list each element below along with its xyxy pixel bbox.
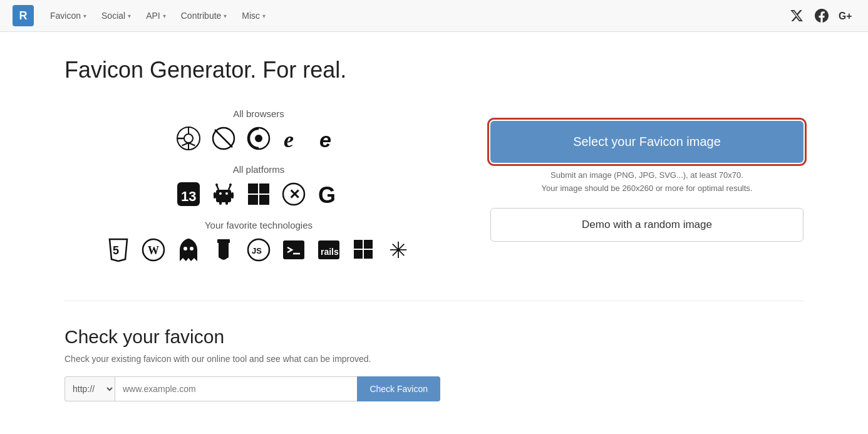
chevron-down-icon: ▾ (224, 13, 227, 19)
svg-rect-43 (217, 239, 230, 243)
chevron-down-icon: ▾ (262, 13, 266, 19)
platforms-group: All platforms 13 ✕ (65, 164, 453, 207)
svg-text:G+: G+ (839, 11, 852, 21)
svg-text:5: 5 (113, 244, 119, 257)
check-title: Check your favicon (65, 326, 803, 348)
nav-item-contribute[interactable]: Contribute ▾ (175, 7, 234, 24)
logo-letter: R (19, 9, 28, 23)
logo[interactable]: R (13, 5, 34, 26)
browsers-label: All browsers (233, 108, 284, 119)
check-favicon-section: Check your favicon Check your existing f… (65, 301, 803, 401)
chrome-icon (175, 125, 202, 152)
svg-line-26 (229, 185, 230, 190)
svg-text:13: 13 (181, 189, 196, 204)
svg-rect-22 (225, 200, 228, 205)
svg-text:✳: ✳ (389, 238, 408, 262)
protocol-select[interactable]: http:// https:// (65, 376, 115, 401)
hint-line-2: Your image should be 260x260 or more for… (542, 182, 753, 195)
svg-rect-21 (219, 200, 222, 205)
svg-rect-29 (248, 183, 258, 194)
asterisk-icon: ✳ (386, 237, 412, 263)
svg-point-2 (184, 134, 193, 143)
nav-item-social[interactable]: Social ▾ (95, 7, 137, 24)
url-input[interactable] (115, 376, 357, 401)
nav-item-api[interactable]: API ▾ (140, 7, 172, 24)
nav-item-favicon[interactable]: Favicon ▾ (44, 7, 93, 24)
svg-line-11 (215, 130, 232, 147)
wordpress-icon: W (140, 237, 167, 263)
svg-point-13 (255, 135, 262, 142)
svg-text:JS: JS (252, 246, 262, 256)
html5-icon: 5 (105, 237, 132, 263)
icons-demo: All browsers e (65, 108, 453, 263)
svg-rect-53 (364, 250, 373, 259)
gulp-icon (210, 237, 237, 263)
svg-line-25 (217, 185, 219, 190)
svg-text:e: e (284, 127, 294, 150)
terminal-icon (281, 237, 307, 263)
platforms-label: All platforms (233, 164, 285, 175)
ios-icon: 13 (175, 181, 202, 207)
svg-text:W: W (148, 244, 159, 257)
svg-rect-46 (283, 240, 304, 259)
svg-rect-42 (219, 240, 229, 258)
svg-point-23 (219, 192, 222, 195)
ghost-icon (175, 237, 202, 263)
svg-text:✕: ✕ (289, 187, 300, 202)
firefox-icon (245, 125, 272, 152)
nav-items: Favicon ▾ Social ▾ API ▾ Contribute ▾ Mi… (44, 7, 788, 24)
check-desc: Check your existing favicon with our onl… (65, 354, 803, 364)
svg-rect-19 (214, 192, 216, 199)
svg-point-24 (225, 192, 228, 195)
chevron-down-icon: ▾ (83, 13, 86, 19)
tech-icons-row: 5 W JS (105, 237, 412, 263)
chevron-down-icon: ▾ (163, 13, 166, 19)
google-icon: G (316, 181, 342, 207)
cta-section: Select your Favicon image Submit an imag… (490, 108, 803, 242)
svg-line-7 (189, 143, 195, 146)
google-plus-icon[interactable]: G+ (838, 7, 855, 24)
svg-point-41 (190, 247, 194, 251)
android-icon (210, 181, 237, 207)
demo-random-button[interactable]: Demo with a random image (490, 208, 803, 242)
svg-text:rails: rails (321, 247, 339, 257)
technologies-label: Your favorite technologies (205, 220, 313, 230)
main-content: Favicon Generator. For real. All browser… (27, 32, 841, 426)
nav-item-misc[interactable]: Misc ▾ (235, 7, 272, 24)
macos-icon: ✕ (281, 181, 307, 207)
windows-icon (245, 181, 272, 207)
safari-icon (210, 125, 237, 152)
svg-text:e: e (319, 128, 331, 150)
svg-point-27 (215, 183, 218, 186)
svg-rect-31 (248, 195, 258, 205)
check-input-group: http:// https:// Check Favicon (65, 376, 440, 401)
twitter-icon[interactable] (788, 7, 805, 24)
svg-rect-52 (354, 250, 363, 259)
main-nav: R Favicon ▾ Social ▾ API ▾ Contribute ▾ … (0, 0, 868, 32)
check-favicon-button[interactable]: Check Favicon (357, 376, 440, 401)
chevron-down-icon: ▾ (128, 13, 131, 19)
facebook-icon[interactable] (813, 7, 830, 24)
hero-section: All browsers e (65, 108, 803, 263)
svg-point-28 (229, 183, 232, 186)
platform-icons-row: 13 ✕ G (175, 181, 342, 207)
svg-rect-20 (231, 192, 234, 199)
favicon-hint: Submit an image (PNG, JPG, SVG...), at l… (542, 169, 753, 195)
browser-icons-row: e e (175, 125, 342, 152)
svg-rect-30 (259, 183, 269, 194)
svg-rect-50 (354, 240, 363, 249)
page-title: Favicon Generator. For real. (65, 57, 803, 83)
windows-tile-icon (351, 237, 377, 263)
rails-icon: rails (316, 237, 342, 263)
edge-icon: e (316, 125, 342, 152)
hint-line-1: Submit an image (PNG, JPG, SVG...), at l… (542, 169, 753, 182)
ie-icon: e (281, 125, 307, 152)
nodejs-icon: JS (245, 237, 272, 263)
svg-rect-32 (259, 195, 269, 205)
select-favicon-button[interactable]: Select your Favicon image (490, 121, 803, 163)
svg-text:G: G (318, 182, 336, 206)
browsers-group: All browsers e (65, 108, 453, 152)
svg-rect-18 (216, 190, 231, 202)
svg-point-40 (183, 247, 187, 251)
svg-rect-51 (364, 240, 373, 249)
